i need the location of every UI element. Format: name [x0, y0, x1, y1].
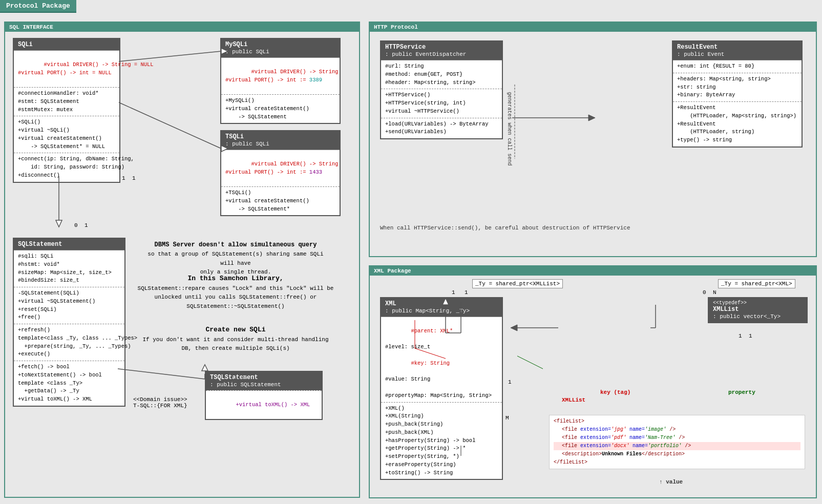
create-sqli-body: If you don't want it and consider multi-… — [141, 335, 330, 353]
http-protocol-section: HTTP Protocol HTTPService : public Event… — [369, 22, 817, 257]
xml-parent: #parent: XML* — [411, 328, 453, 334]
xml-example-description: <description>Unknown Files</description> — [554, 450, 800, 458]
xml-example-filelist-open: <fileList> — [554, 417, 800, 426]
sql-statement-methods2: +refresh() template<class _Ty, class ...… — [14, 324, 124, 361]
xml-list-header: <<typedef>> XMLList : public vector<_Ty> — [709, 298, 807, 322]
result-event-attrs1: +enum: int {RESULT = 80} — [673, 60, 802, 73]
http-service-methods2: +load(URLVariables) -> ByteArray +send(U… — [381, 118, 502, 139]
tsqli-subtitle: : public SQLi — [225, 141, 269, 147]
result-event-header: ResultEvent : public Event — [673, 41, 802, 60]
xml-package-section: XML Package _Ty = shared_ptr<XMLList> _T… — [369, 265, 817, 498]
mysqli-name: MySQLi — [225, 41, 247, 48]
sqli-methods1: +SQLi() +virtual ~SQLi() +virtual create… — [14, 116, 119, 153]
xmllist-label: XMLList — [562, 397, 585, 403]
sqli-name: SQLi — [18, 41, 33, 48]
http-protocol-title: HTTP Protocol — [370, 23, 816, 32]
sql-interface-title: SQL INTERFACE — [5, 23, 359, 32]
tsqli-class: TSQLi : public SQLi #virtual DRIVER() ->… — [220, 130, 341, 216]
result-event-attrs2: +headers: Map<string, string> +str: stri… — [673, 73, 802, 101]
http-service-name: HTTPService — [385, 44, 426, 51]
xml-key: #key: String — [411, 360, 450, 366]
mult-1-xml: 1 — [508, 379, 512, 385]
title-text: Protocol Package — [6, 2, 70, 10]
mult-xml-n: N — [713, 289, 716, 296]
xml-list-class: <<typedef>> XMLList : public vector<_Ty> — [708, 297, 808, 323]
samchon-note: In this Samchon Library, SQLStatement::r… — [136, 274, 335, 311]
http-note: When call HTTPService::send(), be carefu… — [380, 225, 630, 231]
xml-list-subtitle: : public vector<_Ty> — [713, 313, 781, 320]
tsqli-methods: +TSQLi() +virtual createStatement() -> S… — [221, 186, 340, 215]
dbms-note-line1: DBMS Server doesn't allow simultaneous q… — [141, 240, 330, 250]
samchon-note-title: In this Samchon Library, — [136, 274, 335, 284]
mysqli-class: MySQLi : public SQLi #virtual DRIVER() -… — [220, 38, 341, 124]
tsqli-name: TSQLi — [225, 133, 244, 140]
xml-subtitle: : public Map<String, _Ty> — [385, 308, 470, 314]
mysqli-methods: +MySQLi() +virtual createStatement() -> … — [221, 94, 340, 123]
result-event-class: ResultEvent : public Event +enum: int {R… — [672, 40, 803, 148]
tsql-statement-header: TSQLStatement : public SQLStatement — [206, 372, 322, 390]
mult-1c: 1 — [85, 222, 88, 228]
sql-statement-methods1: -SQLStatement(SQLi) +virtual ~SQLStateme… — [14, 287, 124, 324]
samchon-note-body: SQLStatement::repare causes "Lock" and t… — [136, 284, 335, 311]
result-event-methods: +ResultEvent (HTTPLoader, Map<string, st… — [673, 101, 802, 146]
sqli-attrs1: #virtual DRIVER() -> String = NULL #virt… — [14, 50, 119, 87]
domain-note: <<Domain issue>>T-SQL::{FOR XML} — [133, 396, 187, 409]
sql-statement-name: SQLStatement — [18, 241, 62, 248]
tsql-statement-name: TSQLStatement — [210, 374, 258, 381]
tsqli-header: TSQLi : public SQLi — [221, 131, 340, 150]
sql-statement-attrs1: #sqli: SQLi #hstmt: void* #sizeMap: Map<… — [14, 250, 124, 287]
mult-1b: 1 — [132, 175, 136, 181]
key-tag-label: key (tag) — [600, 389, 630, 395]
xml-example-filelist-close: </fileList> — [554, 458, 800, 467]
tsql-statement-methods: +virtual toXML() -> XML — [206, 390, 322, 419]
sql-interface-section: SQL INTERFACE SQLi #virtual DRIVER() -> … — [4, 22, 360, 498]
result-event-name: ResultEvent — [677, 44, 718, 51]
tsql-statement-class: TSQLStatement : public SQLStatement +vir… — [205, 371, 323, 420]
xml-example-file2: <file extension='pdf' name='Nam-Tree' /> — [554, 434, 800, 442]
mult-xml-0: 0 — [703, 289, 706, 296]
ty-label-1: _Ty = shared_ptr<XMLList> — [472, 279, 563, 288]
xml-class: XML : public Map<String, _Ty> #parent: X… — [380, 297, 503, 480]
mysqli-subtitle: : public SQLi — [225, 49, 269, 55]
sqli-methods2: +connect(ip: String, dbName: String, id:… — [14, 153, 119, 181]
mysqli-header: MySQLi : public SQLi — [221, 39, 340, 57]
mult-xml-1a: 1 — [452, 289, 455, 296]
xml-list-name: XMLList — [713, 306, 739, 313]
xml-example: <fileList> <file extension='jpg' name='i… — [549, 415, 805, 469]
sqli-class: SQLi #virtual DRIVER() -> String = NULL … — [13, 38, 120, 183]
property-label: property — [728, 389, 755, 395]
typedef-label: <<typedef>> — [713, 300, 803, 306]
http-service-methods1: +HTTPService() +HTTPService(string, int)… — [381, 89, 502, 117]
create-sqli-title: Create new SQLi — [141, 325, 330, 335]
sqli-virtual-attrs: #virtual DRIVER() -> String = NULL #virt… — [18, 61, 154, 76]
mult-1a: 1 — [122, 175, 125, 181]
http-service-header: HTTPService : public EventDispatcher — [381, 41, 502, 60]
dbms-note-line2: so that a group of SQLStatement(s) shari… — [141, 250, 330, 268]
title-tab: Protocol Package — [0, 0, 76, 13]
xml-package-title: XML Package — [370, 266, 816, 276]
xml-name: XML — [385, 300, 396, 307]
value-label: ↑ value — [659, 479, 683, 485]
mult-xmllist-1a: 1 — [739, 333, 742, 339]
mult-0: 0 — [74, 222, 78, 228]
mysqli-attrs: #virtual DRIVER() -> String #virtual POR… — [221, 57, 340, 94]
sql-statement-class: SQLStatement #sqli: SQLi #hstmt: void* #… — [13, 238, 125, 407]
sql-statement-header: SQLStatement — [14, 239, 124, 250]
xml-example-file3: <file extension='docx' name='portfolio' … — [554, 442, 800, 450]
http-service-attrs: #url: String #method: enum{GET, POST} #h… — [381, 60, 502, 89]
result-event-subtitle: : public Event — [677, 51, 724, 57]
xml-header: XML : public Map<String, _Ty> — [381, 298, 502, 317]
tsqli-virtual-attrs: #virtual DRIVER() -> String #virtual POR… — [225, 161, 339, 175]
sql-statement-methods3: +fetch() -> bool +toNextStatement() -> b… — [14, 361, 124, 406]
tsqli-attrs: #virtual DRIVER() -> String #virtual POR… — [221, 150, 340, 186]
ty-label-2: _Ty = shared_ptr<XML> — [718, 279, 795, 288]
http-service-class: HTTPService : public EventDispatcher #ur… — [380, 40, 503, 139]
mysqli-virtual-attrs: #virtual DRIVER() -> String #virtual POR… — [225, 69, 339, 83]
main-container: Protocol Package SQL INTERFACE SQLi #vir… — [0, 0, 822, 504]
create-sqli-note: Create new SQLi If you don't want it and… — [141, 325, 330, 353]
mult-xmllist-1b: 1 — [749, 333, 752, 339]
sqli-header: SQLi — [14, 39, 119, 50]
dbms-note: DBMS Server doesn't allow simultaneous q… — [141, 240, 330, 277]
sqli-attrs2: #connectionHandler: void* #stmt: SQLStat… — [14, 87, 119, 116]
xml-attrs: #parent: XML* #level: size_t #key: Strin… — [381, 317, 502, 402]
